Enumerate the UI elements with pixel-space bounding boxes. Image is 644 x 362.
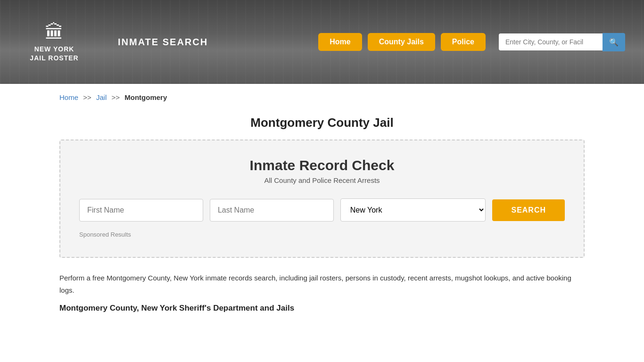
logo: 🏛 NEW YORK JAIL ROSTER	[19, 22, 90, 62]
header-search-bar: 🔍	[499, 33, 625, 51]
first-name-input[interactable]	[79, 199, 203, 222]
body-paragraph-1: Perform a free Montgomery County, New Yo…	[59, 272, 585, 296]
breadcrumb: Home >> Jail >> Montgomery	[0, 84, 644, 111]
breadcrumb-sep-2: >>	[112, 93, 120, 101]
breadcrumb-current: Montgomery	[124, 93, 167, 101]
header-search-button[interactable]: 🔍	[603, 33, 625, 51]
body-subtitle-1: Montgomery County, New York Sheriff's De…	[59, 304, 585, 313]
logo-icon: 🏛	[45, 22, 64, 43]
nav-home-button[interactable]: Home	[318, 33, 362, 51]
inmate-search-label: INMATE SEARCH	[118, 37, 208, 48]
sponsored-label: Sponsored Results	[79, 231, 565, 238]
header-search-input[interactable]	[499, 33, 603, 50]
record-check-title: Inmate Record Check	[79, 157, 565, 173]
search-button[interactable]: SEARCH	[492, 199, 565, 221]
breadcrumb-sep-1: >>	[83, 93, 91, 101]
record-check-form: AlabamaAlaskaArizonaArkansasCaliforniaCo…	[79, 198, 565, 222]
main-nav: Home County Jails Police 🔍	[318, 33, 625, 51]
logo-text: NEW YORK JAIL ROSTER	[30, 45, 78, 62]
breadcrumb-jail-link[interactable]: Jail	[96, 93, 107, 101]
state-select[interactable]: AlabamaAlaskaArizonaArkansasCaliforniaCo…	[340, 198, 486, 222]
breadcrumb-home-link[interactable]: Home	[59, 93, 78, 101]
body-content: Perform a free Montgomery County, New Yo…	[0, 258, 644, 322]
last-name-input[interactable]	[210, 199, 334, 222]
page-title: Montgomery County Jail	[0, 115, 644, 130]
nav-county-jails-button[interactable]: County Jails	[368, 33, 435, 51]
header: 🏛 NEW YORK JAIL ROSTER INMATE SEARCH Hom…	[0, 0, 644, 84]
nav-police-button[interactable]: Police	[441, 33, 486, 51]
record-check-box: Inmate Record Check All County and Polic…	[59, 140, 585, 258]
record-check-subtitle: All County and Police Recent Arrests	[79, 176, 565, 184]
